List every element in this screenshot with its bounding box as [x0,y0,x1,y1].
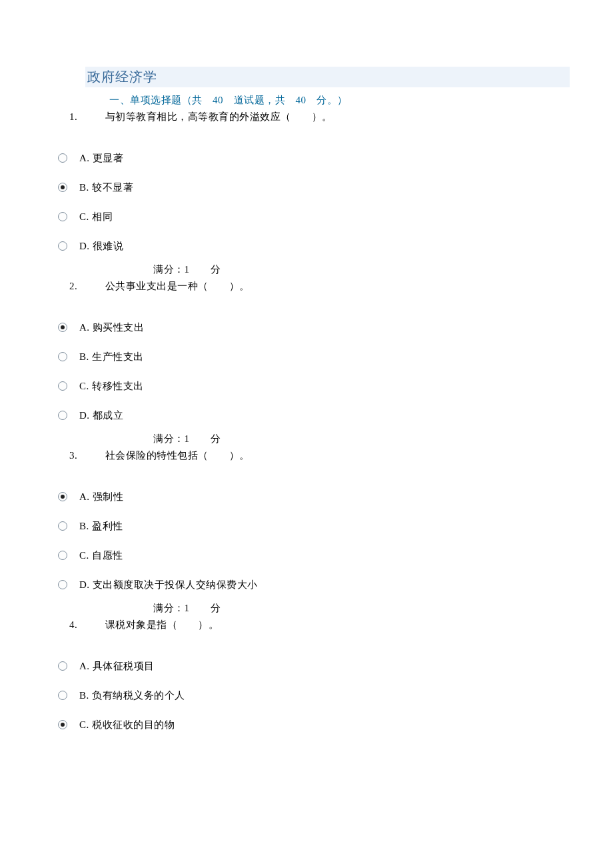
option-row[interactable]: B. 负有纳税义务的个人 [0,679,613,709]
title-band: 政府经济学 [85,67,570,87]
option-label: A. 具体征税项目 [67,660,155,673]
radio-icon[interactable] [58,580,67,589]
option-row[interactable]: B. 盈利性 [0,510,613,539]
question-text: 3. 社会保险的特性包括（ ）。 [69,447,613,466]
option-row[interactable]: C. 税收征收的目的物 [0,709,613,738]
radio-icon[interactable] [58,661,67,671]
question-text: 1. 与初等教育相比，高等教育的外溢效应（ ）。 [69,108,613,127]
option-row[interactable]: A. 强制性 [0,481,613,510]
option-row[interactable]: D. 支出额度取决于投保人交纳保费大小 [0,569,613,598]
page-title: 政府经济学 [87,69,157,84]
radio-icon[interactable] [58,323,67,332]
option-label: C. 税收征收的目的物 [67,719,175,731]
option-label: A. 强制性 [67,491,123,503]
question-number: 2. [69,281,95,292]
question-text: 4. 课税对象是指（ ）。 [69,616,613,635]
section-header: 一、单项选择题（共 40 道试题，共 40 分。） [109,91,613,108]
radio-icon[interactable] [58,183,67,192]
question-number: 1. [69,111,95,123]
option-label: B. 较不显著 [67,181,133,194]
option-row[interactable]: A. 购买性支出 [0,311,613,341]
radio-icon[interactable] [58,691,67,700]
radio-icon[interactable] [58,241,67,251]
radio-icon[interactable] [58,153,67,163]
question-text: 2. 公共事业支出是一种（ ）。 [69,277,613,297]
option-row[interactable]: C. 相同 [0,201,613,230]
option-label: D. 支出额度取决于投保人交纳保费大小 [67,579,258,591]
option-row[interactable]: C. 自愿性 [0,539,613,569]
option-row[interactable]: A. 更显著 [0,142,613,171]
radio-icon[interactable] [58,521,67,531]
option-row[interactable]: C. 转移性支出 [0,370,613,399]
option-row[interactable]: D. 很难说 [0,230,613,259]
option-label: A. 更显著 [67,152,123,165]
score-line: 满分：1 分 [153,598,613,616]
option-row[interactable]: B. 生产性支出 [0,341,613,370]
radio-icon[interactable] [58,551,67,560]
score-line: 满分：1 分 [153,429,613,447]
option-row[interactable]: D. 都成立 [0,399,613,429]
question-stem: 与初等教育相比，高等教育的外溢效应（ ）。 [95,111,332,122]
option-row[interactable]: A. 具体征税项目 [0,650,613,679]
question-number: 4. [69,619,95,631]
score-line: 满分：1 分 [153,259,613,277]
radio-icon[interactable] [58,212,67,221]
option-label: A. 购买性支出 [67,321,144,334]
option-label: D. 都成立 [67,409,123,422]
option-label: C. 自愿性 [67,549,123,562]
question-stem: 课税对象是指（ ）。 [95,619,219,630]
question-stem: 公共事业支出是一种（ ）。 [95,281,250,291]
option-row[interactable]: B. 较不显著 [0,171,613,201]
option-label: B. 生产性支出 [67,351,144,363]
radio-icon[interactable] [58,492,67,501]
option-label: B. 盈利性 [67,520,123,533]
question-number: 3. [69,450,95,461]
question-stem: 社会保险的特性包括（ ）。 [95,450,250,461]
document-body: 政府经济学 一、单项选择题（共 40 道试题，共 40 分。） 1. 与初等教育… [0,0,613,765]
radio-icon[interactable] [58,411,67,420]
option-label: C. 相同 [67,211,113,223]
radio-icon[interactable] [58,720,67,729]
radio-icon[interactable] [58,352,67,361]
radio-icon[interactable] [58,381,67,391]
option-label: D. 很难说 [67,240,123,253]
option-label: C. 转移性支出 [67,380,144,393]
option-label: B. 负有纳税义务的个人 [67,689,185,702]
